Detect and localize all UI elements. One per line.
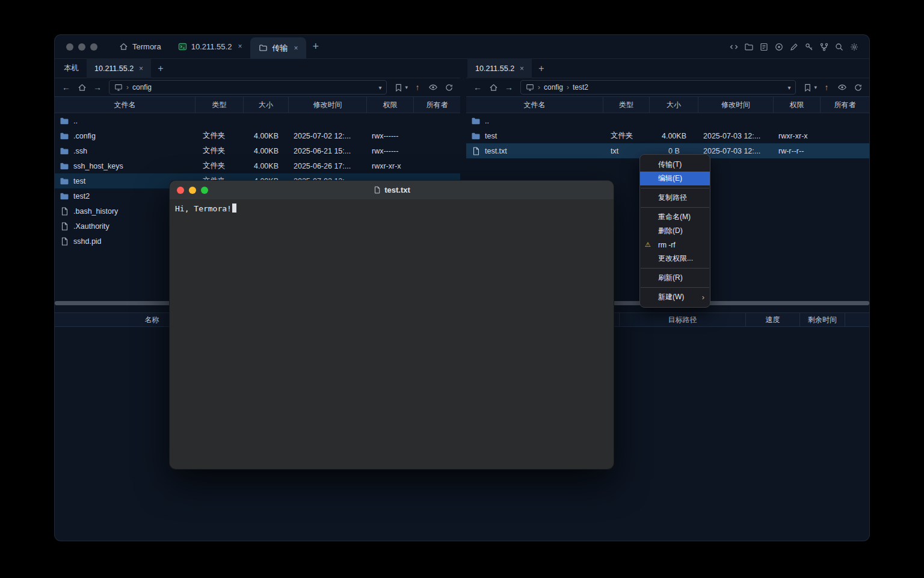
right-panel-tabs: 10.211.55.2 × + — [466, 59, 869, 78]
code-icon[interactable] — [727, 40, 741, 54]
chevron-down-icon[interactable]: ▾ — [787, 84, 790, 91]
forward-button[interactable]: → — [502, 80, 516, 95]
transfer-column-target[interactable]: 目标路径 — [620, 313, 746, 326]
show-hidden-eye-icon[interactable] — [835, 80, 849, 95]
column-header-filename[interactable]: 文件名 — [55, 97, 196, 113]
menu-item-transfer[interactable]: 传输(T) — [640, 158, 710, 172]
column-header-modified[interactable]: 修改时间 — [698, 97, 774, 113]
close-icon[interactable]: × — [139, 64, 143, 73]
file-icon — [373, 186, 381, 194]
add-panel-tab-button[interactable]: + — [151, 63, 170, 74]
back-button[interactable]: ← — [59, 80, 73, 95]
editor-content[interactable]: Hi, Termora! — [170, 199, 614, 217]
traffic-lights — [66, 43, 97, 51]
file-row[interactable]: ssh_host_keys 文件夹 4.00KB 2025-06-26 17:.… — [55, 158, 460, 173]
record-icon[interactable] — [772, 40, 786, 54]
file-row[interactable]: .. — [55, 113, 460, 128]
file-row[interactable]: test 文件夹 4.00KB 2025-07-03 12:... rwxr-x… — [466, 128, 869, 143]
menu-item-chmod[interactable]: 更改权限... — [640, 252, 710, 266]
column-header-owner[interactable]: 所有者 — [821, 97, 869, 113]
file-row[interactable]: .. — [466, 113, 869, 128]
forward-button[interactable]: → — [90, 80, 105, 95]
column-header-modified[interactable]: 修改时间 — [289, 97, 367, 113]
tab-remote-session[interactable]: 10.211.55.2 × — [467, 59, 532, 78]
column-header-size[interactable]: 大小 — [244, 97, 289, 113]
editor-titlebar[interactable]: test.txt — [170, 181, 614, 199]
tab-transfer[interactable]: 传输 × — [250, 37, 306, 58]
tab-remote-session[interactable]: 10.211.55.2 × — [87, 59, 151, 78]
transfer-column-remaining[interactable]: 剩余时间 — [800, 313, 845, 326]
column-header-owner[interactable]: 所有者 — [414, 97, 460, 113]
home-icon — [119, 42, 128, 51]
right-table-header: 文件名 类型 大小 修改时间 权限 所有者 — [466, 96, 869, 113]
menu-item-edit[interactable]: 编辑(E) — [640, 172, 710, 185]
column-header-perms[interactable]: 权限 — [774, 97, 821, 113]
log-icon[interactable] — [757, 40, 771, 54]
parent-directory-button[interactable]: ↑ — [819, 80, 834, 95]
file-icon — [60, 237, 69, 246]
key-icon[interactable] — [802, 40, 816, 54]
search-icon[interactable] — [832, 40, 846, 54]
close-icon[interactable]: × — [294, 44, 298, 52]
zoom-window-button[interactable] — [90, 43, 97, 51]
menu-divider — [641, 287, 709, 288]
show-hidden-eye-icon[interactable] — [426, 80, 440, 95]
menu-item-delete[interactable]: 删除(D) — [640, 224, 710, 238]
folder-icon — [259, 43, 268, 52]
new-tab-button[interactable]: + — [306, 35, 325, 58]
editor-title: test.txt — [373, 185, 410, 194]
breadcrumb-segment[interactable]: config — [132, 83, 152, 92]
transfer-column-speed[interactable]: 速度 — [746, 313, 800, 326]
bookmark-dropdown-icon[interactable]: ▾ — [814, 84, 817, 90]
breadcrumb-segment[interactable]: config — [544, 83, 563, 92]
breadcrumb-segment[interactable]: test2 — [573, 83, 588, 92]
branch-icon[interactable] — [817, 40, 831, 54]
path-breadcrumb[interactable]: › config › test2 ▾ — [520, 80, 796, 95]
folder-icon — [60, 176, 69, 186]
menu-item-refresh[interactable]: 刷新(R) — [640, 271, 710, 285]
chevron-down-icon[interactable]: ▾ — [378, 84, 381, 91]
editor-window: test.txt Hi, Termora! — [170, 181, 614, 469]
column-header-size[interactable]: 大小 — [650, 97, 698, 113]
menu-divider — [641, 188, 709, 188]
menu-item-rename[interactable]: 重命名(M) — [640, 210, 710, 224]
file-row[interactable]: .ssh 文件夹 4.00KB 2025-06-21 15:... rwx---… — [55, 143, 460, 158]
column-header-type[interactable]: 类型 — [603, 97, 650, 113]
parent-directory-button[interactable]: ↑ — [410, 80, 425, 95]
minimize-button[interactable] — [189, 187, 196, 194]
column-header-perms[interactable]: 权限 — [367, 97, 414, 113]
gear-icon[interactable] — [847, 40, 861, 54]
pen-icon[interactable] — [787, 40, 801, 54]
close-button[interactable] — [177, 187, 184, 194]
refresh-icon[interactable] — [442, 80, 456, 95]
menu-item-new[interactable]: 新建(W)› — [640, 290, 710, 304]
path-breadcrumb[interactable]: › config ▾ — [109, 80, 387, 95]
close-icon[interactable]: × — [238, 42, 242, 51]
tab-local[interactable]: 本机 — [56, 59, 87, 78]
file-icon — [60, 207, 69, 216]
column-header-type[interactable]: 类型 — [196, 97, 244, 113]
folder-icon — [60, 161, 69, 171]
home-button[interactable] — [486, 80, 500, 95]
back-button[interactable]: ← — [470, 80, 485, 95]
folder-icon — [60, 191, 69, 201]
bookmark-dropdown-icon[interactable]: ▾ — [405, 84, 408, 90]
tab-termora-home[interactable]: Termora — [111, 35, 170, 58]
folder-icon[interactable] — [742, 40, 756, 54]
close-window-button[interactable] — [66, 43, 73, 51]
zoom-button[interactable] — [201, 187, 208, 194]
home-button[interactable] — [75, 80, 89, 95]
close-icon[interactable]: × — [520, 64, 524, 73]
bookmark-icon[interactable] — [800, 80, 815, 95]
left-panel-toolbar: ← → › config ▾ ▾ ↑ — [55, 78, 460, 96]
tab-host-10-211-55-2[interactable]: 10.211.55.2 × — [170, 35, 251, 58]
add-panel-tab-button[interactable]: + — [532, 63, 550, 74]
minimize-window-button[interactable] — [78, 43, 85, 51]
bookmark-icon[interactable] — [391, 80, 405, 95]
file-row[interactable]: .config 文件夹 4.00KB 2025-07-02 12:... rwx… — [55, 128, 460, 143]
menu-item-rm-rf[interactable]: ⚠rm -rf — [640, 238, 710, 252]
menu-item-copy-path[interactable]: 复制路径 — [640, 191, 710, 205]
column-header-filename[interactable]: 文件名 — [466, 97, 603, 113]
refresh-icon[interactable] — [851, 80, 865, 95]
left-table-header: 文件名 类型 大小 修改时间 权限 所有者 — [55, 96, 460, 113]
